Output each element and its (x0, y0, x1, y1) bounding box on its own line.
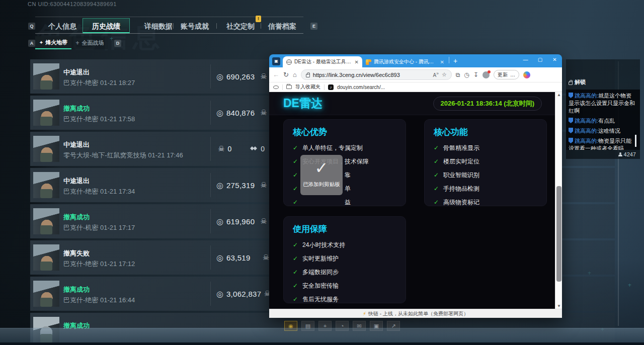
toast-check-icon: ✓ (300, 155, 343, 181)
match-status: 撤离成功 (63, 285, 90, 294)
tab-social-custom[interactable]: 社交定制 (226, 22, 255, 31)
chat-scrollbar[interactable] (635, 135, 636, 147)
hotkey-e-badge: E (310, 23, 317, 30)
new-tab-button[interactable]: + (453, 57, 457, 65)
card-item: 单人单特征，专属定制 (293, 144, 396, 152)
avatar (33, 63, 59, 90)
alert-badge: ! (256, 16, 261, 22)
check-icon (434, 199, 439, 206)
grid-cross: + (628, 282, 631, 289)
tencent-favicon (366, 59, 371, 65)
tab-achievements[interactable]: 账号成就 (181, 22, 209, 31)
workspaces-icon[interactable]: ▣ (272, 57, 280, 65)
tab-search-icon[interactable] (273, 85, 279, 89)
check-icon (293, 144, 298, 151)
check-icon (293, 255, 298, 262)
bookmark-import[interactable]: 导入收藏夹 (295, 83, 320, 91)
hotkey-q-badge: Q (28, 23, 35, 30)
browser-tab-active[interactable]: DE雷达 - 最稳雷达工具 实力开发 ✕ (283, 56, 362, 67)
close-button[interactable]: ✕ (547, 54, 562, 65)
maximize-button[interactable]: ▢ (533, 54, 547, 65)
match-money: 840,876 (226, 109, 255, 117)
tabbar-bottom-line (35, 33, 303, 34)
match-assists: 0 (261, 145, 265, 153)
subtab-warfare[interactable]: ⚜ 全面战场 (71, 36, 108, 49)
profile-avatar[interactable] (482, 71, 490, 78)
row-divider (210, 245, 211, 270)
close-tab-icon[interactable]: ✕ (440, 59, 444, 65)
match-status: 中途退出 (63, 68, 90, 77)
shield-icon (569, 93, 573, 98)
avatar (33, 281, 59, 307)
tab-separator (261, 23, 261, 29)
match-stats: 619,960 3 (216, 204, 274, 238)
minimize-button[interactable]: — (518, 54, 533, 65)
check-icon (293, 296, 298, 303)
avatar (33, 208, 59, 234)
refresh-button[interactable]: ↻ (283, 71, 289, 78)
tab-detailed-stats[interactable]: 详细数据 (144, 22, 173, 31)
unlock-row[interactable]: 解锁 (569, 78, 586, 86)
skull-icon (263, 253, 269, 262)
douyin-icon: ♪ (328, 84, 334, 90)
check-icon (434, 158, 439, 165)
scroll-thumb[interactable] (556, 186, 561, 282)
page-title: DE雷达 (283, 96, 323, 111)
address-bar[interactable]: https://link.3ceng.cn/view/6ec6c893 A» ☆ (301, 69, 452, 80)
check-icon (434, 185, 439, 192)
browser-titlebar[interactable]: ▣ DE雷达 - 最稳雷达工具 实力开发 ✕ 腾讯游戏安全中心 - 腾讯游戏 ✕… (269, 54, 562, 67)
currency-icon (216, 289, 223, 299)
skull-icon (218, 144, 224, 153)
chat-panel: 解锁 跳高高的:就是这个物资显示该怎么设置只显示金和红啊 跳高高的:有点乱 跳高… (566, 59, 640, 159)
check-icon (293, 185, 298, 192)
row-divider (210, 64, 211, 89)
read-aloud-icon[interactable]: A» (433, 71, 439, 78)
row-divider (210, 173, 211, 197)
card-item: 实时更新维护 (293, 254, 396, 263)
back-button[interactable]: ← (273, 71, 279, 78)
browser-toolbar: ← ↻ ⌂ https://link.3ceng.cn/view/6ec6c89… (269, 67, 562, 82)
close-tab-icon[interactable]: ✕ (355, 59, 359, 65)
url-text[interactable]: https://link.3ceng.cn/view/6ec6c893 (313, 72, 430, 78)
browser-window: ▣ DE雷达 - 最稳雷达工具 实力开发 ✕ 腾讯游戏安全中心 - 腾讯游戏 ✕… (269, 54, 562, 318)
browser-tab-inactive[interactable]: 腾讯游戏安全中心 - 腾讯游戏 ✕ (362, 56, 448, 67)
skull-icon (260, 217, 267, 226)
match-stats: 3,062,837 3 (216, 277, 278, 311)
window-controls: — ▢ ✕ (518, 54, 562, 65)
card-item: 安全加密传输 (293, 282, 396, 290)
scroll-up-arrow[interactable]: ▲ (555, 93, 562, 97)
subtab-hazard-operation[interactable]: ✦ 烽火地带 (35, 36, 71, 49)
home-button[interactable]: ⌂ (293, 71, 297, 78)
match-map-time: 零号大坝-地下-红鼠窝竞技场 01-21 17:46 (63, 151, 183, 160)
match-map-time: 巴克什-绝密 01-21 18:27 (63, 78, 135, 88)
update-button[interactable]: 更新 … (494, 70, 519, 79)
hosting-footer[interactable]: ⚡ 快链 - 上线，从未如此简单（免费部署网页） (269, 309, 562, 318)
currency-icon (216, 72, 223, 81)
match-map-time: 巴克什-绝密 01-21 17:58 (63, 115, 135, 124)
more-menu-icon[interactable]: … (510, 72, 515, 77)
match-stats: 275,319 9 (216, 168, 274, 202)
currency-icon (216, 253, 223, 263)
tab-separator (216, 23, 217, 29)
tab-personal-info[interactable]: 个人信息 (48, 22, 76, 31)
match-stats: 0 0 (216, 132, 265, 166)
bookmark-douyin[interactable]: douyin.com/search/... (337, 84, 385, 90)
https-lock-icon (306, 74, 310, 77)
favorite-star-icon[interactable]: ☆ (442, 71, 447, 78)
page-scrollbar[interactable]: ▲ ▼ (555, 92, 562, 309)
card-item: 骨骼精准显示 (434, 144, 537, 152)
tab-match-history[interactable]: 历史战绩 (92, 22, 120, 31)
card-item: 多端数据同步 (293, 268, 396, 277)
tab-reputation[interactable]: 信誉档案 (268, 22, 296, 31)
card-item: 售后无忧服务 (293, 295, 396, 304)
chat-message: 跳高高的:这啥情况 (569, 127, 635, 135)
scroll-down-arrow[interactable]: ▼ (555, 304, 562, 308)
match-stats: 63,519 0 (216, 240, 276, 275)
split-screen-icon[interactable]: ⧉ (456, 71, 460, 78)
check-icon (293, 199, 298, 206)
copilot-icon[interactable] (523, 71, 530, 78)
folder-icon (286, 85, 292, 89)
skull-icon (260, 181, 267, 190)
downloads-icon[interactable]: ↧ (473, 71, 478, 78)
history-icon[interactable]: ◷ (464, 71, 469, 78)
